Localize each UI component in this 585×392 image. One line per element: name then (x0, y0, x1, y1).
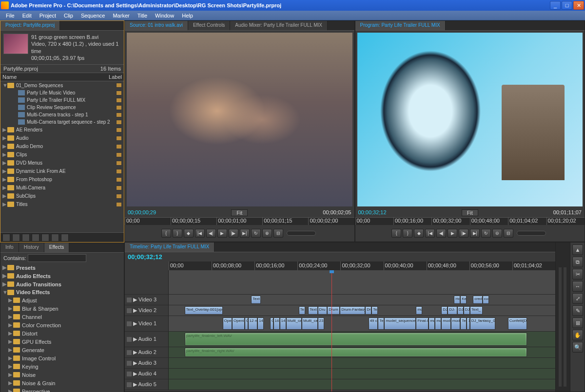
clip[interactable]: 23 (318, 317, 324, 330)
menu-title[interactable]: Title (134, 12, 151, 19)
timeline-tracks[interactable]: ▶ Video 3TextHcKecredicon▶ Video 2Text_O… (125, 270, 555, 392)
mark-out-button[interactable]: } (173, 229, 182, 238)
prg-loop-button[interactable]: ↻ (481, 229, 491, 238)
track-audio-3[interactable]: ▶ Audio 3 (125, 358, 555, 369)
new-item-button[interactable] (51, 234, 59, 242)
find-button[interactable] (32, 234, 39, 242)
clip[interactable]: Dr (365, 306, 371, 315)
bin-item[interactable]: ▶Titles (0, 200, 124, 208)
close-button[interactable]: ✕ (573, 1, 584, 10)
bin-item[interactable]: Clip Review Sequence (0, 104, 124, 111)
track-lane[interactable]: OpenOpening_C12 ma14AC1614Multi_camMulti… (169, 316, 555, 331)
track-lane[interactable] (169, 379, 555, 390)
clip[interactable]: Te (371, 306, 378, 315)
bin-item[interactable]: Multi-Camera tracks - step 1 (0, 111, 124, 118)
effect-folder[interactable]: ▼Video Effects (0, 288, 124, 296)
clip[interactable]: partylife_finalmix_right.WAV (185, 348, 527, 357)
effect-folder[interactable]: ▶Distort (0, 329, 124, 337)
timeline-tab[interactable]: Timeline: Party Life Trailer FULL MIX (125, 243, 214, 252)
bin-item[interactable]: ▶Audio Demo (0, 142, 124, 150)
track-lane[interactable]: Text_Overlay-001[open]0TeTextDruDrumDrum… (169, 305, 555, 316)
clip[interactable]: Text (251, 296, 261, 304)
track-video-3[interactable]: ▶ Video 3TextHcKecredicon (125, 295, 555, 305)
bin-item[interactable]: ▶DVD Menus (0, 159, 124, 167)
effect-folder[interactable]: ▶Blur & Sharpen (0, 304, 124, 313)
maximize-button[interactable]: □ (562, 1, 572, 10)
mark-in-button[interactable]: { (161, 229, 171, 238)
bin-item[interactable]: Multi-Camera target sequence - step 2 (0, 118, 124, 126)
track-audio-5[interactable]: ▶ Audio 5 (125, 379, 555, 390)
clip[interactable]: con (483, 296, 489, 304)
menu-project[interactable]: Project (36, 12, 60, 19)
jog-wheel[interactable] (287, 231, 316, 236)
clip[interactable]: Te (460, 317, 467, 330)
clip[interactable]: Text_ (470, 306, 483, 315)
loop-button[interactable]: ↻ (251, 229, 261, 238)
column-label[interactable]: Label (109, 74, 122, 80)
tool-5[interactable]: ✎ (572, 305, 583, 316)
bin-item[interactable]: ▶Dynamic Link From AE (0, 167, 124, 175)
insert-button[interactable]: ⊕ (262, 229, 272, 238)
clip[interactable]: DJ_fantasy_001 (470, 317, 495, 330)
bin-list[interactable]: ▼01_Demo SequencesParty Life Music Video… (0, 81, 124, 232)
effect-folder[interactable]: ▶GPU Effects (0, 337, 124, 346)
tool-7[interactable]: ✋ (572, 330, 583, 340)
delete-button[interactable] (61, 234, 69, 242)
track-header[interactable]: ▶ Audio 2 (125, 347, 169, 357)
new-bin-button[interactable] (41, 234, 49, 242)
clip[interactable]: model_sequence[DV] (384, 317, 416, 330)
effects-list[interactable]: ▶Presets▶Audio Effects▶Audio Transitions… (0, 263, 124, 392)
source-zoom-fit[interactable]: Fit (231, 209, 248, 216)
effect-folder[interactable]: ▶Presets (0, 263, 124, 272)
bin-item[interactable]: ▶Audio (0, 134, 124, 142)
prg-mark-in-button[interactable]: { (391, 229, 401, 238)
clip-thumbnail[interactable] (3, 34, 28, 54)
list-view-button[interactable] (2, 234, 10, 242)
track-header[interactable]: ▶ Audio 5 (125, 379, 169, 390)
bin-item[interactable]: ▶Clips (0, 150, 124, 159)
program-timecode-left[interactable]: 00;00;32;12 (358, 209, 387, 216)
extract-button[interactable]: ⊟ (504, 229, 513, 238)
step-fwd-button[interactable]: |▶ (229, 229, 238, 238)
source-tab[interactable]: Source: 01 intro walk.avi (125, 21, 188, 30)
prg-goto-in-button[interactable]: |◀ (425, 229, 435, 238)
lift-button[interactable]: ⊖ (492, 229, 502, 238)
set-marker-button[interactable]: ◆ (184, 229, 194, 238)
clip[interactable]: Hc (454, 296, 460, 304)
clip[interactable]: mo (416, 306, 422, 315)
source-ruler[interactable]: 00;0000;00;00;1500;00;01;0000;00;01;1500… (125, 217, 354, 225)
prg-marker-button[interactable]: ◆ (414, 229, 424, 238)
clip[interactable]: Drum (327, 306, 340, 315)
tool-2[interactable]: ✂ (572, 269, 583, 280)
step-back-button[interactable]: ◀| (206, 229, 216, 238)
bin-item[interactable]: ▼01_Demo Sequences (0, 81, 124, 89)
icon-view-button[interactable] (12, 234, 20, 242)
effect-folder[interactable]: ▶Keying (0, 362, 124, 371)
prg-mark-out-button[interactable]: } (403, 229, 412, 238)
effect-folder[interactable]: ▶Generate (0, 346, 124, 354)
track-lane[interactable] (169, 369, 555, 379)
effects-tab-effects[interactable]: Effects (44, 243, 69, 252)
bin-item[interactable]: ▶From Photoshop (0, 175, 124, 184)
clip[interactable]: DJ- (448, 306, 457, 315)
menu-window[interactable]: Window (151, 12, 178, 19)
prg-step-fwd-button[interactable]: |▶ (459, 229, 468, 238)
source-timecode-left[interactable]: 00;00;00;29 (128, 209, 156, 216)
program-tab[interactable]: Program: Party Life Trailer FULL MIX (355, 21, 446, 30)
program-video[interactable] (357, 33, 583, 206)
program-zoom-fit[interactable]: Fit (462, 209, 478, 216)
play-button[interactable]: ▶ (217, 229, 227, 238)
minimize-button[interactable]: _ (550, 1, 561, 10)
effect-folder[interactable]: ▶Perspective (0, 387, 124, 392)
prg-jog-wheel[interactable] (517, 231, 546, 236)
clip[interactable]: 14 (280, 317, 286, 330)
clip[interactable]: Final-00 (416, 317, 429, 330)
track-lane[interactable]: TextHcKecredicon (169, 295, 555, 305)
menu-help[interactable]: Help (178, 12, 197, 19)
clip[interactable]: 49 c (369, 317, 378, 330)
clip[interactable]: C (245, 317, 248, 330)
source-video[interactable] (127, 33, 352, 206)
clip[interactable]: DJ (441, 306, 448, 315)
tool-6[interactable]: ⊞ (572, 317, 583, 328)
clip[interactable]: Ke (460, 296, 467, 304)
